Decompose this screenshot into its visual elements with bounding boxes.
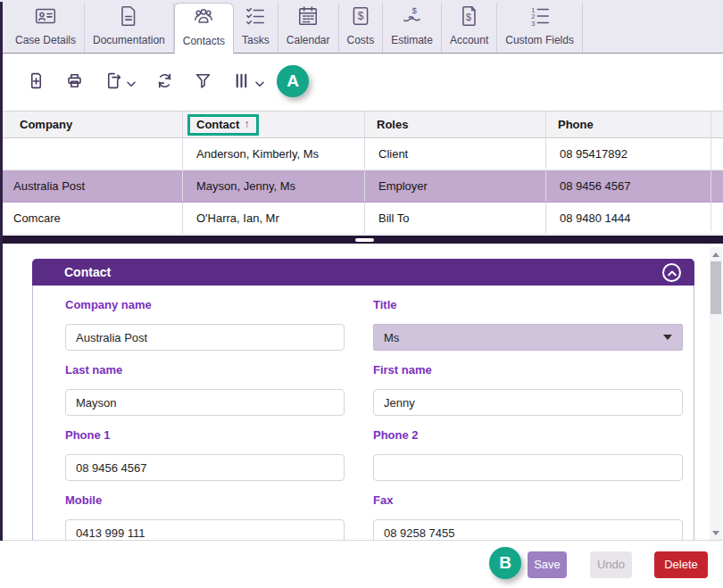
- column-chooser-button[interactable]: [232, 71, 264, 94]
- invoice-dollar-icon: $: [458, 4, 481, 30]
- last-name-label: Last name: [65, 362, 345, 378]
- save-button[interactable]: Save: [528, 551, 567, 578]
- tab-label: Contacts: [183, 35, 225, 47]
- company-name-field[interactable]: [65, 324, 345, 351]
- horizontal-splitter[interactable]: [0, 236, 723, 244]
- chevron-down-icon: [255, 75, 264, 91]
- export-button[interactable]: [104, 71, 136, 94]
- scroll-down-button[interactable]: [712, 531, 719, 535]
- first-name-label: First name: [373, 362, 683, 378]
- tab-label: Tasks: [242, 34, 270, 46]
- last-name-field[interactable]: [65, 389, 345, 416]
- contact-header-highlight: Contact ↑: [187, 114, 259, 136]
- export-icon: [104, 71, 122, 94]
- sort-ascending-icon: ↑: [244, 118, 249, 130]
- contacts-table: Company Contact ↑ Roles Phone Anderson, …: [0, 111, 723, 235]
- chevron-up-icon: [668, 265, 677, 279]
- phone2-field[interactable]: [373, 454, 683, 481]
- dollar-square-icon: $: [349, 4, 372, 30]
- cell-contact: Anderson, Kimberly, Ms: [183, 138, 365, 170]
- vertical-scrollbar[interactable]: [710, 247, 722, 541]
- title-dropdown-value: Ms: [384, 331, 399, 344]
- column-header-phone[interactable]: Phone: [546, 112, 723, 137]
- table-header-row: Company Contact ↑ Roles Phone: [0, 112, 723, 138]
- action-footer: Save Undo Delete: [0, 540, 723, 588]
- refresh-button[interactable]: [155, 71, 174, 94]
- hand-dollar-icon: $: [401, 4, 424, 30]
- module-tabstrip: Case Details Documentation Contacts Task…: [0, 0, 723, 54]
- svg-text:$: $: [358, 10, 364, 22]
- checklist-icon: [244, 4, 267, 30]
- filter-icon: [194, 71, 212, 94]
- fax-label: Fax: [373, 493, 683, 509]
- document-icon: [117, 4, 140, 30]
- columns-icon: [232, 71, 251, 94]
- svg-text:3: 3: [531, 20, 535, 28]
- annotation-b-badge: B: [489, 547, 521, 579]
- tab-custom-fields[interactable]: 123 Custom Fields: [497, 3, 583, 53]
- add-document-icon: [27, 71, 46, 94]
- contact-panel-header[interactable]: Contact: [32, 259, 694, 286]
- contact-detail-panel: Contact Company name Title Ms Last name: [32, 259, 694, 588]
- phone2-label: Phone 2: [373, 427, 683, 443]
- tab-contacts[interactable]: Contacts: [174, 3, 234, 54]
- phone1-label: Phone 1: [65, 427, 345, 443]
- svg-text:$: $: [465, 12, 470, 22]
- numbered-list-icon: 123: [528, 4, 552, 30]
- cell-roles: Employer: [365, 170, 546, 202]
- tab-label: Calendar: [287, 34, 330, 46]
- tab-calendar[interactable]: Calendar: [278, 3, 339, 53]
- cell-contact: O'Harra, Ian, Mr: [183, 203, 365, 234]
- table-row-selected[interactable]: Australia Post Mayson, Jenny, Ms Employe…: [0, 170, 723, 203]
- cell-phone: 08 9456 4567: [546, 170, 723, 202]
- title-dropdown[interactable]: Ms: [373, 324, 683, 351]
- filter-button[interactable]: [194, 71, 212, 94]
- first-name-field[interactable]: [373, 389, 683, 416]
- company-name-label: Company name: [65, 297, 345, 313]
- tab-label: Account: [450, 34, 488, 46]
- annotation-a-badge: A: [277, 65, 309, 97]
- chevron-down-icon: [127, 75, 136, 91]
- delete-button[interactable]: Delete: [654, 551, 708, 578]
- undo-button[interactable]: Undo: [590, 551, 632, 578]
- calendar-icon: [296, 4, 320, 30]
- table-row[interactable]: Anderson, Kimberly, Ms Client 08 9541789…: [0, 138, 723, 170]
- cell-company: [0, 138, 183, 170]
- phone1-field[interactable]: [65, 454, 345, 481]
- print-button[interactable]: [65, 71, 84, 94]
- column-header-company[interactable]: Company: [0, 112, 183, 137]
- tab-costs[interactable]: $ Costs: [339, 3, 384, 53]
- tab-label: Documentation: [93, 34, 165, 46]
- cell-company: Australia Post: [0, 170, 183, 202]
- tab-case-details[interactable]: Case Details: [7, 3, 85, 53]
- tab-account[interactable]: $ Account: [442, 3, 497, 53]
- title-label: Title: [373, 297, 683, 313]
- splitter-handle[interactable]: [355, 238, 374, 242]
- contacts-toolbar: [0, 54, 723, 111]
- tab-tasks[interactable]: Tasks: [234, 3, 278, 53]
- tab-label: Costs: [347, 34, 375, 46]
- table-row[interactable]: Comcare O'Harra, Ian, Mr Bill To 08 9480…: [0, 203, 723, 235]
- column-header-roles[interactable]: Roles: [365, 112, 546, 137]
- mobile-label: Mobile: [65, 493, 345, 509]
- add-document-button[interactable]: [27, 71, 46, 94]
- tab-estimate[interactable]: $ Estimate: [383, 3, 442, 53]
- scroll-up-button[interactable]: [712, 253, 719, 257]
- collapse-panel-button[interactable]: [662, 263, 681, 282]
- cell-phone: 08 95417892: [546, 138, 723, 170]
- tab-documentation[interactable]: Documentation: [85, 3, 174, 53]
- id-card-icon: [34, 4, 57, 30]
- table-right-gutter-line: [711, 111, 711, 231]
- cell-phone: 08 9480 1444: [546, 203, 723, 234]
- print-icon: [65, 71, 84, 94]
- tab-label: Estimate: [391, 34, 433, 46]
- column-header-contact[interactable]: Contact ↑: [183, 112, 365, 137]
- panel-title: Contact: [64, 265, 111, 279]
- people-icon: [192, 5, 215, 31]
- cell-roles: Client: [365, 138, 546, 170]
- scrollbar-thumb[interactable]: [711, 261, 721, 314]
- tab-label: Case Details: [15, 34, 76, 46]
- cell-contact: Mayson, Jenny, Ms: [183, 170, 365, 202]
- refresh-icon: [155, 71, 174, 94]
- tab-label: Custom Fields: [505, 34, 574, 46]
